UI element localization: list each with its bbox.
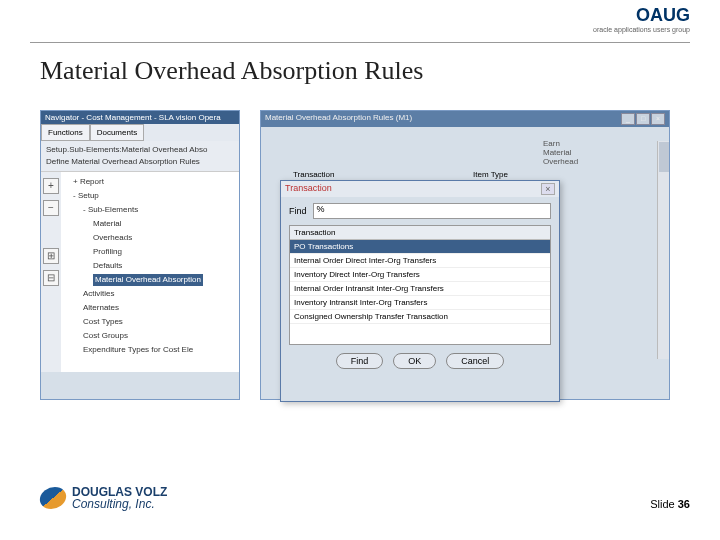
lov-close-icon[interactable]: × [541,183,555,195]
col-material-label: Material [543,148,595,157]
minimize-icon[interactable]: _ [621,113,635,125]
tree-setup[interactable]: - Setup [65,189,235,203]
tree-report[interactable]: + Report [65,175,235,189]
lov-list: Transaction PO Transactions Internal Ord… [289,225,551,345]
tree-moh-absorption[interactable]: Material Overhead Absorption [65,273,235,287]
tree-overheads[interactable]: Overheads [65,231,235,245]
lov-title: Transaction [285,183,332,195]
find-label: Find [289,206,307,216]
navigator-tabs: Functions Documents [41,124,239,141]
col-overhead-label: Overhead [543,157,595,166]
breadcrumb-line1: Setup.Sub-Elements:Material Overhead Abs… [46,144,234,156]
cancel-button[interactable]: Cancel [446,353,504,369]
breadcrumb-line2: Define Material Overhead Absorption Rule… [46,156,234,168]
tree-profiling[interactable]: Profiling [65,245,235,259]
close-icon[interactable]: × [651,113,665,125]
lov-popup: Transaction × Find % Transaction PO Tran… [280,180,560,402]
lov-item-selected[interactable]: PO Transactions [290,240,550,254]
tree-defaults[interactable]: Defaults [65,259,235,273]
find-input[interactable]: % [313,203,551,219]
tree-activities[interactable]: Activities [65,287,235,301]
tree-material[interactable]: Material [65,217,235,231]
work-area: Navigator - Cost Management - SLA vision… [40,110,680,410]
navigator-window: Navigator - Cost Management - SLA vision… [40,110,240,400]
tree-alternates[interactable]: Alternates [65,301,235,315]
expand-icon[interactable]: + [43,178,59,194]
tree-sub-elements[interactable]: - Sub-Elements [65,203,235,217]
tree-cost-groups[interactable]: Cost Groups [65,329,235,343]
expand-all-icon[interactable]: ⊞ [43,248,59,264]
navigator-icon-column: + − ⊞ ⊟ [41,172,61,372]
collapse-all-icon[interactable]: ⊟ [43,270,59,286]
tab-functions[interactable]: Functions [41,124,90,141]
tree-cost-types[interactable]: Cost Types [65,315,235,329]
page-title: Material Overhead Absorption Rules [40,56,423,86]
lov-item[interactable]: Inventory Direct Inter-Org Transfers [290,268,550,282]
oaug-tagline: oracle applications users group [593,26,690,33]
lov-item[interactable]: Consigned Ownership Transfer Transaction [290,310,550,324]
col-earn-label: Earn [543,139,595,148]
vertical-scrollbar[interactable] [657,141,669,359]
lov-item[interactable]: Internal Order Direct Inter-Org Transfer… [290,254,550,268]
restore-icon[interactable]: □ [636,113,650,125]
navigator-breadcrumb: Setup.Sub-Elements:Material Overhead Abs… [41,141,239,172]
lov-item[interactable]: Inventory Intransit Inter-Org Transfers [290,296,550,310]
rules-window-title: Material Overhead Absorption Rules (M1) [265,113,412,125]
navigator-title: Navigator - Cost Management - SLA vision… [41,111,239,124]
logo-line2: Consulting, Inc. [72,498,167,510]
slide-number: Slide 36 [650,498,690,510]
navigator-tree: + Report - Setup - Sub-Elements Material… [61,172,239,372]
lov-item[interactable]: Internal Order Intransit Inter-Org Trans… [290,282,550,296]
lov-column-header: Transaction [290,226,550,240]
dvc-icon [38,487,68,509]
collapse-icon[interactable]: − [43,200,59,216]
header-divider [30,42,690,43]
ok-button[interactable]: OK [393,353,436,369]
douglas-volz-logo: DOUGLAS VOLZ Consulting, Inc. [40,486,167,510]
tab-documents[interactable]: Documents [90,124,144,141]
oaug-logo: OAUG [636,5,690,26]
find-button[interactable]: Find [336,353,384,369]
tree-expenditure-types[interactable]: Expenditure Types for Cost Ele [65,343,235,357]
